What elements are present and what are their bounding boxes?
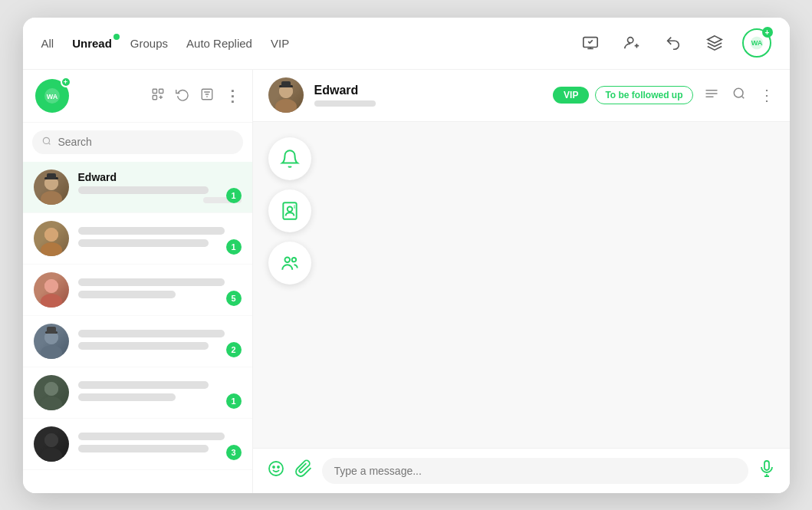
top-nav: All Unread Groups Auto Replied VIP — [23, 18, 790, 70]
avatar — [34, 375, 69, 410]
wa-plus-button[interactable]: WA + — [742, 28, 771, 58]
svg-point-39 — [287, 206, 292, 212]
tag-followup[interactable]: To be followed up — [595, 86, 692, 104]
svg-rect-25 — [47, 327, 56, 334]
avatar — [34, 169, 69, 205]
chat-name-placeholder — [78, 227, 225, 235]
svg-point-28 — [44, 382, 58, 396]
tab-auto-replied[interactable]: Auto Replied — [186, 34, 252, 53]
chat-info — [78, 227, 242, 250]
svg-point-20 — [44, 279, 58, 293]
avatar — [34, 272, 69, 308]
avatar — [34, 426, 69, 462]
chat-name-placeholder — [78, 381, 209, 389]
tab-vip[interactable]: VIP — [271, 34, 289, 53]
chat-input-bar — [253, 448, 790, 493]
svg-point-19 — [41, 294, 62, 308]
search-icon — [41, 136, 52, 149]
svg-point-9 — [43, 137, 49, 143]
chat-contact-name: Edward — [314, 84, 543, 97]
chat-preview — [78, 342, 209, 350]
chat-header-actions: ⋮ — [704, 86, 774, 105]
mic-button[interactable] — [758, 459, 776, 482]
emoji-button[interactable] — [267, 459, 285, 482]
chat-info — [78, 381, 242, 404]
person-add-icon[interactable] — [618, 29, 646, 57]
svg-point-17 — [44, 228, 58, 242]
chat-header-tags: VIP To be followed up — [553, 86, 692, 104]
svg-rect-14 — [47, 173, 56, 179]
more-vert-icon[interactable]: ⋮ — [225, 87, 240, 105]
unread-badge: 2 — [226, 342, 242, 357]
chat-item[interactable]: 1 — [23, 367, 252, 419]
contact-action-button[interactable] — [268, 189, 311, 232]
unread-badge: 1 — [226, 239, 242, 255]
sidebar-header-icons: ⋮ — [151, 87, 240, 105]
sidebar-logo-badge: + — [61, 77, 71, 87]
svg-point-37 — [734, 88, 743, 97]
svg-point-41 — [291, 257, 295, 261]
more-options-icon[interactable]: ⋮ — [759, 86, 774, 104]
chat-item[interactable]: 5 — [23, 265, 252, 316]
svg-point-1 — [627, 38, 633, 43]
svg-point-44 — [278, 466, 279, 468]
svg-rect-45 — [764, 461, 769, 470]
unread-badge: 1 — [226, 188, 242, 203]
chat-preview — [78, 239, 209, 247]
chat-item[interactable]: 3 — [23, 419, 252, 470]
reply-icon[interactable] — [659, 29, 687, 57]
chat-header-avatar — [268, 77, 304, 113]
chat-meta — [78, 197, 242, 203]
chat-item[interactable]: Edward 1 — [23, 162, 252, 213]
message-input[interactable] — [322, 458, 748, 484]
chat-name-placeholder — [78, 330, 225, 337]
chat-preview — [78, 393, 176, 401]
sidebar-header: WA + — [23, 70, 252, 123]
notification-action-button[interactable] — [268, 137, 311, 180]
chat-item[interactable]: 1 — [23, 213, 252, 265]
search-input[interactable] — [58, 136, 234, 148]
svg-point-42 — [269, 462, 283, 475]
svg-point-31 — [44, 433, 58, 447]
tab-groups[interactable]: Groups — [130, 34, 168, 53]
search-box — [32, 130, 243, 154]
chat-name-placeholder — [78, 278, 225, 286]
search-chat-icon[interactable] — [731, 86, 747, 105]
svg-text:WA: WA — [751, 39, 762, 47]
attach-button[interactable] — [294, 459, 313, 482]
app-window: All Unread Groups Auto Replied VIP — [23, 18, 790, 493]
chat-body — [253, 122, 790, 448]
avatar — [34, 221, 69, 256]
chat-header: Edward VIP To be followed up — [253, 70, 790, 122]
chat-info — [78, 278, 242, 301]
layers-icon[interactable] — [701, 29, 728, 57]
chat-panel: Edward VIP To be followed up — [253, 70, 790, 493]
chat-info — [78, 330, 242, 353]
nav-tabs: All Unread Groups Auto Replied VIP — [41, 34, 577, 53]
group-action-button[interactable] — [268, 242, 311, 285]
screen-share-icon[interactable] — [577, 29, 604, 57]
chat-name-placeholder — [78, 433, 225, 440]
svg-rect-7 — [153, 95, 156, 99]
tag-vip[interactable]: VIP — [553, 87, 589, 104]
refresh-icon[interactable] — [176, 87, 189, 104]
svg-point-16 — [41, 242, 62, 256]
sidebar-logo: WA + — [35, 79, 69, 113]
svg-point-27 — [41, 396, 62, 410]
filter-icon[interactable] — [200, 87, 214, 104]
compose-icon[interactable] — [151, 87, 165, 104]
label-icon[interactable] — [704, 86, 719, 105]
svg-text:WA: WA — [46, 93, 58, 100]
tab-all[interactable]: All — [41, 34, 54, 53]
chat-header-info: Edward — [314, 84, 543, 107]
chat-info: Edward — [78, 171, 242, 203]
chat-item[interactable]: 2 — [23, 316, 252, 367]
wa-plus-badge: + — [762, 27, 773, 38]
chat-name: Edward — [78, 171, 242, 183]
svg-rect-5 — [153, 89, 156, 93]
unread-badge: 5 — [226, 291, 242, 306]
tab-unread[interactable]: Unread — [72, 34, 112, 53]
svg-point-33 — [275, 99, 297, 113]
avatar — [34, 324, 69, 359]
main-content: WA + — [23, 70, 790, 493]
